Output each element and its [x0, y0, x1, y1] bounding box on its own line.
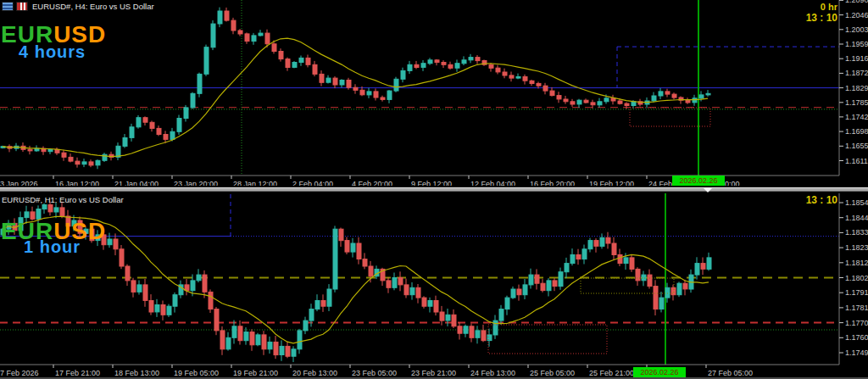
svg-text:1.17705: 1.17705 — [845, 319, 868, 327]
svg-text:1.20900: 1.20900 — [845, 0, 868, 4]
svg-text:1.18230: 1.18230 — [845, 243, 868, 252]
svg-text:23 Feb 21:00: 23 Feb 21:00 — [411, 369, 456, 377]
svg-text:16 Feb 20:00: 16 Feb 20:00 — [530, 180, 575, 186]
svg-text:1.18545: 1.18545 — [845, 198, 868, 207]
svg-text:1.16985: 1.16985 — [845, 127, 868, 136]
clock-time-remaining: 13 : 10 — [806, 195, 837, 206]
moving-average-line — [3, 216, 709, 343]
chart-title-icons — [2, 2, 28, 11]
svg-text:1.16550: 1.16550 — [845, 142, 868, 150]
panel-splitter[interactable] — [0, 186, 868, 193]
svg-text:1.19595: 1.19595 — [845, 40, 868, 48]
svg-text:1.18725: 1.18725 — [845, 69, 868, 77]
svg-text:1.18440: 1.18440 — [845, 214, 868, 222]
svg-text:25 Feb 21:00: 25 Feb 21:00 — [589, 369, 634, 377]
svg-text:1.17420: 1.17420 — [845, 113, 868, 121]
overlay-lines — [0, 0, 839, 176]
svg-text:20 Feb 13:00: 20 Feb 13:00 — [292, 369, 337, 377]
svg-text:17 Feb 21:00: 17 Feb 21:00 — [55, 369, 100, 377]
svg-text:3 Jan 2026: 3 Jan 2026 — [0, 180, 38, 186]
svg-text:19 Feb 05:00: 19 Feb 05:00 — [174, 369, 219, 377]
x-axis: 7 Feb 202617 Feb 21:0018 Feb 13:0019 Feb… — [0, 365, 839, 377]
trading-terminal-window: 3 Jan 202616 Jan 12:0021 Jan 04:0023 Jan… — [0, 0, 868, 379]
svg-text:1.17600: 1.17600 — [845, 333, 868, 342]
svg-text:19 Feb 12:00: 19 Feb 12:00 — [589, 180, 634, 186]
svg-text:4 Feb 20:00: 4 Feb 20:00 — [352, 180, 392, 186]
moving-average-line — [3, 38, 708, 156]
h1-chart-canvas[interactable]: 7 Feb 202617 Feb 21:0018 Feb 13:0019 Feb… — [0, 193, 868, 379]
svg-text:1.18020: 1.18020 — [845, 274, 868, 282]
svg-text:0:00: 0:00 — [725, 180, 740, 186]
svg-text:1.19160: 1.19160 — [845, 54, 868, 63]
svg-text:1.16115: 1.16115 — [845, 157, 868, 165]
chart-bars-icon — [2, 2, 14, 11]
highlighted-timestamp-label: 2026.02.26 19:59 — [633, 367, 686, 377]
candles-series — [1, 202, 711, 362]
splitter-marker-icon — [703, 187, 713, 192]
timeframe-watermark: 1 hour — [24, 238, 81, 255]
svg-text:21 Jan 04:00: 21 Jan 04:00 — [114, 180, 159, 186]
svg-text:2 Feb 04:00: 2 Feb 04:00 — [292, 180, 333, 186]
candle-countdown-clock: 0 hr 13 : 10 — [806, 2, 837, 24]
svg-text:1.20465: 1.20465 — [845, 11, 868, 20]
y-axis[interactable]: 1.185451.184401.183351.182301.181251.180… — [839, 193, 868, 365]
svg-text:16 Jan 12:00: 16 Jan 12:00 — [55, 180, 99, 186]
svg-text:1.17495: 1.17495 — [845, 348, 868, 357]
clock-time-remaining: 13 : 10 — [806, 13, 837, 24]
svg-text:28 Jan 12:00: 28 Jan 12:00 — [233, 180, 277, 186]
chart-panel-h1: 7 Feb 202617 Feb 21:0018 Feb 13:0019 Feb… — [0, 193, 868, 379]
candle-countdown-clock: 13 : 10 — [806, 195, 837, 206]
splitter-bar[interactable] — [0, 187, 868, 192]
svg-text:19 Feb 21:00: 19 Feb 21:00 — [233, 369, 278, 377]
svg-text:7 Feb 2026: 7 Feb 2026 — [0, 369, 39, 377]
svg-text:1.18125: 1.18125 — [845, 259, 868, 267]
svg-text:23 Jan 20:00: 23 Jan 20:00 — [174, 180, 218, 186]
svg-text:27 Feb 05:00: 27 Feb 05:00 — [708, 369, 753, 377]
timeframe-watermark: 4 hours — [19, 43, 86, 60]
candlestick-chart-icon — [16, 2, 28, 11]
highlighted-timestamp-label: 2026.02.26 19:59 — [672, 176, 725, 186]
h4-chart-canvas[interactable]: 3 Jan 202616 Jan 12:0021 Jan 04:0023 Jan… — [0, 0, 868, 186]
y-axis[interactable]: 1.209001.204651.200301.195951.191601.187… — [839, 0, 868, 176]
svg-text:24 Feb 13:00: 24 Feb 13:00 — [470, 369, 515, 377]
svg-text:25 Feb 05:00: 25 Feb 05:00 — [530, 369, 575, 377]
overlay-boxes — [488, 278, 674, 354]
svg-text:1.17915: 1.17915 — [845, 288, 868, 297]
svg-text:12 Feb 04:00: 12 Feb 04:00 — [470, 180, 515, 186]
chart-panel-h4: 3 Jan 202616 Jan 12:0021 Jan 04:0023 Jan… — [0, 0, 868, 186]
svg-text:1.18335: 1.18335 — [845, 228, 868, 237]
svg-text:9 Feb 12:00: 9 Feb 12:00 — [411, 180, 452, 186]
svg-text:1.17810: 1.17810 — [845, 304, 868, 312]
svg-text:1.17855: 1.17855 — [845, 98, 868, 107]
svg-text:1.18290: 1.18290 — [845, 84, 868, 92]
svg-text:23 Feb 05:00: 23 Feb 05:00 — [352, 369, 397, 377]
svg-text:1.20030: 1.20030 — [845, 25, 868, 34]
chart-title-h1: EURUSD#, H1: Euro vs US Dollar — [2, 195, 124, 204]
chart-title-h4: EURUSD#, H4: Euro vs US Dollar — [32, 2, 154, 11]
svg-text:18 Feb 13:00: 18 Feb 13:00 — [114, 369, 159, 377]
